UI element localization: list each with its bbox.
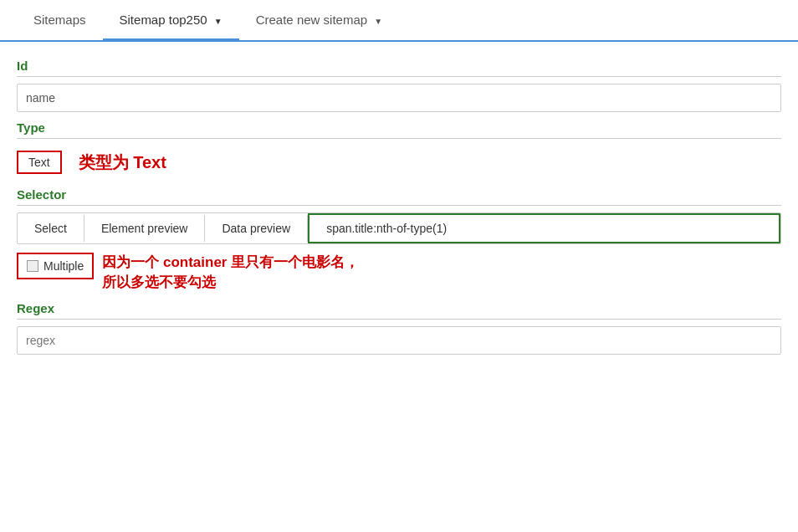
id-divider	[17, 76, 781, 77]
selector-tabs-container: Select Element preview Data preview span…	[17, 212, 781, 244]
selector-label: Selector	[17, 187, 781, 202]
tab-select[interactable]: Select	[18, 215, 84, 242]
regex-divider	[17, 319, 781, 320]
id-section: Id	[17, 59, 781, 112]
nav-item-create-sitemap[interactable]: Create new sitemap ▼	[239, 1, 399, 41]
multiple-row: Multiple 因为一个 container 里只有一个电影名， 所以多选不要…	[17, 253, 781, 293]
id-input[interactable]	[17, 84, 781, 112]
nav-item-sitemap-top250[interactable]: Sitemap top250 ▼	[103, 1, 239, 41]
id-label: Id	[17, 59, 781, 73]
regex-input[interactable]	[17, 326, 781, 355]
nav-label-create-sitemap: Create new sitemap	[256, 13, 367, 27]
multiple-annotation-line2: 所以多选不要勾选	[102, 273, 359, 293]
selector-divider	[17, 205, 781, 206]
nav-label-sitemap-top250: Sitemap top250	[120, 13, 207, 27]
nav-item-sitemaps[interactable]: Sitemaps	[17, 1, 103, 41]
type-annotation: 类型为 Text	[79, 151, 166, 174]
selector-section: Selector Select Element preview Data pre…	[17, 187, 781, 244]
multiple-label: Multiple	[43, 259, 84, 273]
multiple-annotation: 因为一个 container 里只有一个电影名， 所以多选不要勾选	[102, 253, 359, 293]
regex-label: Regex	[17, 301, 781, 315]
tab-data-preview[interactable]: Data preview	[205, 215, 308, 242]
type-section: Type Text 类型为 Text	[17, 120, 781, 179]
main-content: Id Type Text 类型为 Text Selector Select El…	[0, 42, 798, 371]
type-label: Type	[17, 120, 781, 135]
multiple-badge: Multiple	[17, 253, 94, 279]
multiple-annotation-line1: 因为一个 container 里只有一个电影名，	[102, 253, 359, 273]
regex-section: Regex	[17, 301, 781, 355]
top-navigation: Sitemaps Sitemap top250 ▼ Create new sit…	[0, 0, 798, 42]
type-badge: Text	[17, 151, 62, 174]
type-divider	[17, 138, 781, 139]
dropdown-arrow-icon-2: ▼	[374, 17, 382, 26]
selector-value-display: span.title:nth-of-type(1)	[308, 213, 780, 243]
multiple-checkbox[interactable]	[27, 260, 38, 272]
type-row: Text 类型为 Text	[17, 146, 781, 179]
tab-element-preview[interactable]: Element preview	[84, 215, 206, 242]
dropdown-arrow-icon: ▼	[214, 17, 223, 26]
